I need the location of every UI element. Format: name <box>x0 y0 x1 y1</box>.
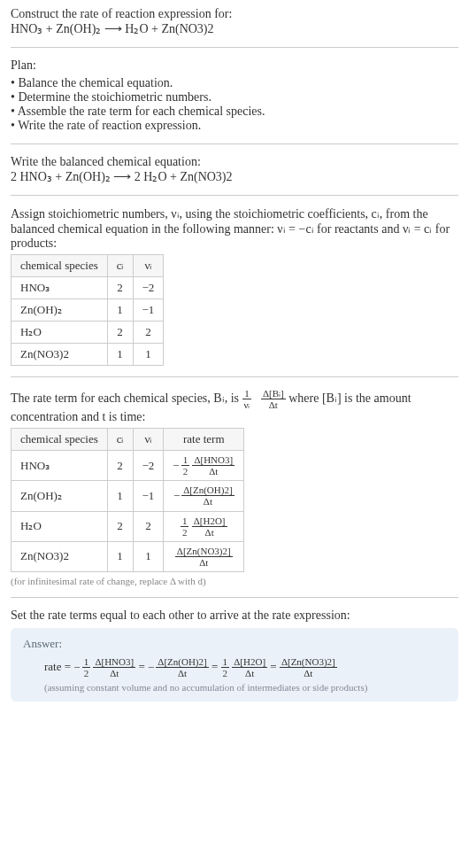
balanced-block: Write the balanced chemical equation: 2 … <box>11 155 458 184</box>
cell-species: HNO₃ <box>12 277 108 299</box>
question-equation: HNO₃ + Zn(OH)₂ ⟶ H₂O + Zn(NO3)2 <box>11 21 458 36</box>
answer-box: Answer: rate = −12 Δ[HNO3]Δt = −Δ[Zn(OH)… <box>11 628 458 701</box>
cell-v: −2 <box>133 277 164 299</box>
cell-v: −2 <box>133 451 164 481</box>
cell-c: 2 <box>107 277 133 299</box>
rate-delta-frac: Δ[Bᵢ] Δt <box>261 388 286 410</box>
plan-item: Determine the stoichiometric numbers. <box>11 90 458 105</box>
stoich-table: chemical species cᵢ νᵢ HNO₃ 2 −2 Zn(OH)₂… <box>11 254 164 366</box>
table-row: Zn(NO3)2 1 1 <box>12 344 164 366</box>
cell-species: Zn(OH)₂ <box>12 299 108 322</box>
cell-rate-term: Δ[Zn(NO3)2]Δt <box>164 541 244 571</box>
cell-v: 2 <box>133 322 164 344</box>
plan-item: Assemble the rate term for each chemical… <box>11 105 458 119</box>
plan-label: Plan: <box>11 58 458 73</box>
col-rate: rate term <box>164 429 244 451</box>
cell-rate-term: −Δ[Zn(OH)2]Δt <box>164 481 244 511</box>
cell-c: 1 <box>107 344 133 366</box>
infinitesimal-note: (for infinitesimal rate of change, repla… <box>11 576 458 586</box>
answer-terms: −12 Δ[HNO3]Δt = −Δ[Zn(OH)2]Δt = 12 Δ[H2O… <box>73 660 336 673</box>
cell-species: H₂O <box>12 511 108 541</box>
cell-v: −1 <box>133 299 164 322</box>
divider <box>11 195 458 196</box>
stoich-block: Assign stoichiometric numbers, νᵢ, using… <box>11 206 458 366</box>
table-row: H₂O 2 2 <box>12 322 164 344</box>
table-row: Zn(OH)₂1−1−Δ[Zn(OH)2]Δt <box>12 481 244 511</box>
table-row: Zn(OH)₂ 1 −1 <box>12 299 164 322</box>
col-c: cᵢ <box>107 429 133 451</box>
cell-c: 1 <box>107 299 133 322</box>
stoich-text: Assign stoichiometric numbers, νᵢ, using… <box>11 206 458 251</box>
cell-rate-term: −12 Δ[HNO3]Δt <box>164 451 244 481</box>
balanced-equation: 2 HNO₃ + Zn(OH)₂ ⟶ 2 H₂O + Zn(NO3)2 <box>11 169 458 184</box>
cell-c: 2 <box>107 451 133 481</box>
plan-list: Balance the chemical equation. Determine… <box>11 76 458 133</box>
cell-c: 2 <box>107 322 133 344</box>
answer-assumption: (assuming constant volume and no accumul… <box>23 682 446 693</box>
table-header-row: chemical species cᵢ νᵢ rate term <box>12 429 244 451</box>
divider <box>11 143 458 144</box>
rate-term-block: The rate term for each chemical species,… <box>11 388 458 586</box>
cell-c: 2 <box>107 511 133 541</box>
cell-species: Zn(OH)₂ <box>12 481 108 511</box>
cell-species: H₂O <box>12 322 108 344</box>
cell-rate-term: 12 Δ[H2O]Δt <box>164 511 244 541</box>
set-equal-text: Set the rate terms equal to each other t… <box>11 608 458 623</box>
cell-species: Zn(NO3)2 <box>12 344 108 366</box>
table-row: HNO₃2−2−12 Δ[HNO3]Δt <box>12 451 244 481</box>
cell-v: 1 <box>133 541 164 571</box>
divider <box>11 47 458 48</box>
answer-rate: rate = −12 Δ[HNO3]Δt = −Δ[Zn(OH)2]Δt = 1… <box>23 656 446 678</box>
plan-block: Plan: Balance the chemical equation. Det… <box>11 58 458 133</box>
table-header-row: chemical species cᵢ νᵢ <box>12 255 164 277</box>
plan-item: Balance the chemical equation. <box>11 76 458 90</box>
table-row: H₂O2212 Δ[H2O]Δt <box>12 511 244 541</box>
divider <box>11 376 458 377</box>
plan-item: Write the rate of reaction expression. <box>11 119 458 133</box>
rate-coef-frac: 1 νᵢ <box>242 388 252 410</box>
cell-v: 1 <box>133 344 164 366</box>
col-c: cᵢ <box>107 255 133 277</box>
set-equal-block: Set the rate terms equal to each other t… <box>11 608 458 701</box>
rate-table: chemical species cᵢ νᵢ rate term HNO₃2−2… <box>11 428 244 572</box>
question-line1: Construct the rate of reaction expressio… <box>11 7 458 21</box>
col-species: chemical species <box>12 255 108 277</box>
cell-species: Zn(NO3)2 <box>12 541 108 571</box>
table-row: HNO₃ 2 −2 <box>12 277 164 299</box>
question-block: Construct the rate of reaction expressio… <box>11 7 458 36</box>
rate-term-text-a: The rate term for each chemical species,… <box>11 391 242 405</box>
col-v: νᵢ <box>133 429 164 451</box>
cell-c: 1 <box>107 541 133 571</box>
cell-species: HNO₃ <box>12 451 108 481</box>
col-species: chemical species <box>12 429 108 451</box>
cell-v: −1 <box>133 481 164 511</box>
balanced-label: Write the balanced chemical equation: <box>11 155 458 169</box>
cell-v: 2 <box>133 511 164 541</box>
cell-c: 1 <box>107 481 133 511</box>
table-row: Zn(NO3)211Δ[Zn(NO3)2]Δt <box>12 541 244 571</box>
answer-label: Answer: <box>23 637 446 651</box>
answer-prefix: rate = <box>44 660 73 673</box>
col-v: νᵢ <box>133 255 164 277</box>
divider <box>11 597 458 598</box>
